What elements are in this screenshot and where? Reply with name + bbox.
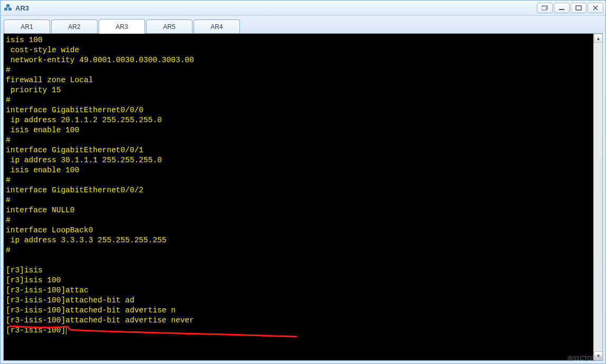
close-icon <box>592 5 599 11</box>
tab-label: AR2 <box>68 23 80 31</box>
svg-rect-4 <box>542 6 546 10</box>
svg-rect-2 <box>6 4 9 7</box>
window-title: AR3 <box>15 4 29 12</box>
vertical-scrollbar[interactable]: ▲ ▼ <box>593 34 602 360</box>
minimize-icon <box>559 5 565 11</box>
restore-icon <box>542 5 548 11</box>
tab-ar5[interactable]: AR5 <box>146 19 193 34</box>
tab-label: AR1 <box>21 23 33 31</box>
svg-rect-1 <box>8 8 12 11</box>
maximize-icon <box>575 5 582 11</box>
title-bar: AR3 <box>1 1 605 16</box>
minimize-button[interactable] <box>554 3 570 13</box>
maximize-button[interactable] <box>571 3 586 13</box>
tab-strip: AR1 AR2 AR3 AR5 AR4 <box>1 16 605 33</box>
tab-ar2[interactable]: AR2 <box>51 19 98 34</box>
chevron-up-icon: ▲ <box>596 36 601 41</box>
svg-rect-0 <box>4 8 7 11</box>
tab-label: AR5 <box>163 23 175 31</box>
terminal-wrapper: isis 100 cost-style wide network-entity … <box>3 33 603 361</box>
watermark: @51CTO博客 <box>567 355 603 362</box>
svg-rect-5 <box>559 9 564 10</box>
tab-label: AR4 <box>210 23 223 31</box>
text-cursor <box>66 327 66 335</box>
scroll-up-button[interactable]: ▲ <box>594 34 603 43</box>
tab-ar1[interactable]: AR1 <box>4 19 50 34</box>
tab-ar3[interactable]: AR3 <box>99 19 145 34</box>
close-button[interactable] <box>588 3 603 13</box>
tab-label: AR3 <box>116 23 128 31</box>
svg-rect-6 <box>576 6 581 10</box>
terminal[interactable]: isis 100 cost-style wide network-entity … <box>4 34 593 360</box>
title-left: AR3 <box>4 4 29 12</box>
tab-ar4[interactable]: AR4 <box>194 19 240 34</box>
window-controls <box>537 3 603 13</box>
app-window: AR3 <box>0 0 606 364</box>
restore-button[interactable] <box>537 3 553 13</box>
app-icon <box>4 4 12 12</box>
